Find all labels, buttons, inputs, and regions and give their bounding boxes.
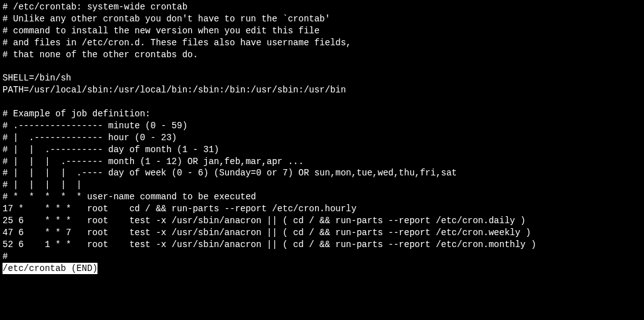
crontab-file-content: # /etc/crontab: system-wide crontab # Un…: [3, 1, 641, 263]
pager-status-line: /etc/crontab (END): [3, 263, 97, 275]
